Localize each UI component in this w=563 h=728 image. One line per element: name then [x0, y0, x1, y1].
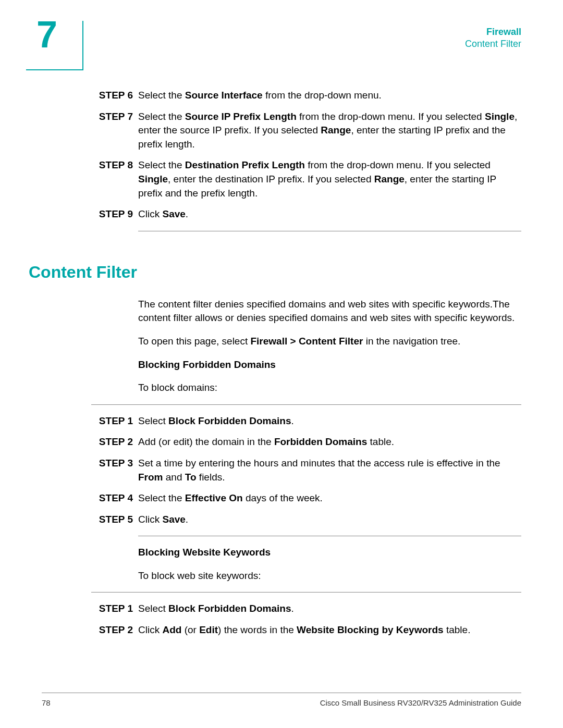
chapter-number: 7 [36, 16, 57, 53]
content: STEP 6Select the Source Interface from t… [42, 89, 521, 637]
divider [138, 231, 521, 231]
step-label: STEP 9 [42, 207, 138, 221]
header-title: Firewall [42, 26, 521, 38]
step-row: STEP 9Click Save. [42, 207, 521, 221]
subsection-title: Blocking Website Keywords [138, 546, 521, 560]
page-footer: 78 Cisco Small Business RV320/RV325 Admi… [42, 693, 521, 707]
chapter-box: 7 [26, 21, 83, 70]
divider [91, 592, 521, 593]
step-label: STEP 4 [42, 491, 138, 505]
step-label: STEP 5 [42, 513, 138, 527]
step-row: STEP 1Select Block Forbidden Domains. [42, 602, 521, 616]
subsection-title: Blocking Forbidden Domains [138, 358, 521, 372]
step-label: STEP 8 [42, 158, 138, 200]
step-body: Click Save. [138, 207, 521, 221]
step-label: STEP 2 [42, 435, 138, 449]
step-body: Select the Source IP Prefix Length from … [138, 110, 521, 152]
step-body: Select the Source Interface from the dro… [138, 89, 521, 103]
step-row: STEP 2Add (or edit) the domain in the Fo… [42, 435, 521, 449]
page-number: 78 [42, 698, 51, 707]
step-body: Click Add (or Edit) the words in the Web… [138, 623, 521, 637]
divider [91, 404, 521, 405]
step-label: STEP 7 [42, 110, 138, 152]
step-row: STEP 5Click Save. [42, 513, 521, 527]
step-body: Select the Destination Prefix Length fro… [138, 158, 521, 200]
step-row: STEP 6Select the Source Interface from t… [42, 89, 521, 103]
step-body: Select the Effective On days of the week… [138, 491, 521, 505]
step-row: STEP 3Set a time by entering the hours a… [42, 456, 521, 484]
step-body: Click Save. [138, 513, 521, 527]
step-row: STEP 4Select the Effective On days of th… [42, 491, 521, 505]
step-body: Select Block Forbidden Domains. [138, 414, 521, 428]
step-label: STEP 3 [42, 456, 138, 484]
subsection-intro: To block web site keywords: [138, 569, 521, 583]
subsection-intro: To block domains: [138, 381, 521, 395]
page: 7 Firewall Content Filter STEP 6Select t… [0, 0, 563, 728]
section-title: Content Filter [29, 263, 521, 282]
step-label: STEP 2 [42, 623, 138, 637]
step-label: STEP 6 [42, 89, 138, 103]
step-body: Select Block Forbidden Domains. [138, 602, 521, 616]
step-body: Add (or edit) the domain in the Forbidde… [138, 435, 521, 449]
divider [138, 536, 521, 536]
step-row: STEP 8Select the Destination Prefix Leng… [42, 158, 521, 200]
doc-title: Cisco Small Business RV320/RV325 Adminis… [320, 698, 521, 707]
section-intro: The content filter denies specified doma… [138, 298, 521, 325]
step-row: STEP 7Select the Source IP Prefix Length… [42, 110, 521, 152]
section-intro-2: To open this page, select Firewall > Con… [138, 335, 521, 349]
step-label: STEP 1 [42, 602, 138, 616]
step-label: STEP 1 [42, 414, 138, 428]
step-body: Set a time by entering the hours and min… [138, 456, 521, 484]
header-subtitle: Content Filter [42, 38, 521, 50]
header-right: Firewall Content Filter [42, 26, 521, 51]
step-row: STEP 2Click Add (or Edit) the words in t… [42, 623, 521, 637]
page-header: 7 Firewall Content Filter [42, 26, 521, 73]
step-row: STEP 1Select Block Forbidden Domains. [42, 414, 521, 428]
